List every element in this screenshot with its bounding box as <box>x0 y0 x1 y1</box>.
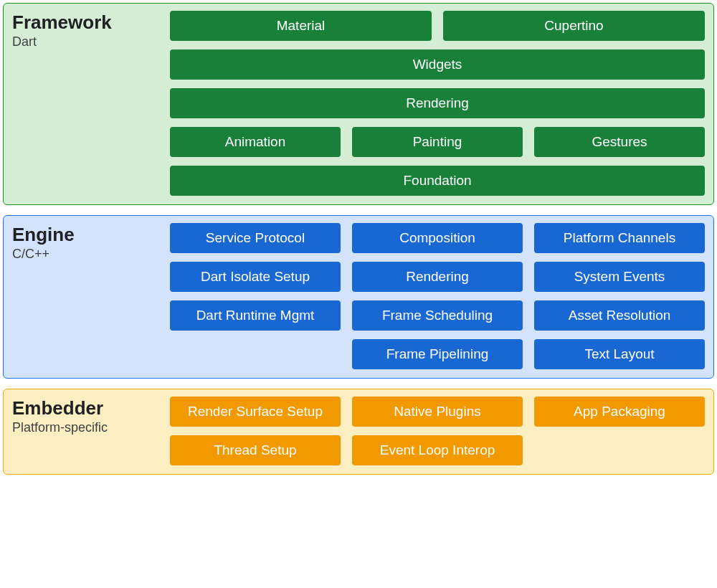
framework-blocks: Material Cupertino Widgets Rendering Ani… <box>170 11 705 196</box>
block-material: Material <box>170 11 432 41</box>
block-spacer <box>170 339 341 369</box>
framework-row-2: Rendering <box>170 88 705 118</box>
framework-title: Framework <box>12 12 170 33</box>
engine-row-1: Dart Isolate Setup Rendering System Even… <box>170 262 705 292</box>
block-native-plugins: Native Plugins <box>352 397 523 427</box>
engine-row-0: Service Protocol Composition Platform Ch… <box>170 223 705 253</box>
framework-row-1: Widgets <box>170 49 705 80</box>
framework-row-3: Animation Painting Gestures <box>170 127 705 157</box>
block-painting: Painting <box>352 127 523 157</box>
block-frame-pipelining: Frame Pipelining <box>352 339 523 369</box>
block-frame-scheduling: Frame Scheduling <box>352 300 523 331</box>
engine-layer: Engine C/C++ Service Protocol Compositio… <box>3 215 714 379</box>
block-thread-setup: Thread Setup <box>170 435 341 465</box>
embedder-row-1: Thread Setup Event Loop Interop <box>170 435 705 465</box>
engine-subtitle: C/C++ <box>12 247 170 262</box>
block-system-events: System Events <box>534 262 705 292</box>
block-composition: Composition <box>352 223 523 253</box>
engine-layer-label: Engine C/C++ <box>12 223 170 369</box>
block-engine-rendering: Rendering <box>352 262 523 292</box>
engine-title: Engine <box>12 224 170 245</box>
embedder-title: Embedder <box>12 398 170 419</box>
framework-subtitle: Dart <box>12 34 170 49</box>
block-cupertino: Cupertino <box>443 11 705 41</box>
block-render-surface-setup: Render Surface Setup <box>170 397 341 427</box>
engine-blocks: Service Protocol Composition Platform Ch… <box>170 223 705 369</box>
block-service-protocol: Service Protocol <box>170 223 341 253</box>
embedder-row-0: Render Surface Setup Native Plugins App … <box>170 397 705 427</box>
block-text-layout: Text Layout <box>534 339 705 369</box>
engine-row-3: Frame Pipelining Text Layout <box>170 339 705 369</box>
framework-row-4: Foundation <box>170 166 705 196</box>
block-widgets: Widgets <box>170 49 705 80</box>
block-foundation: Foundation <box>170 166 705 196</box>
block-gestures: Gestures <box>534 127 705 157</box>
embedder-subtitle: Platform-specific <box>12 420 170 435</box>
block-app-packaging: App Packaging <box>534 397 705 427</box>
framework-layer: Framework Dart Material Cupertino Widget… <box>3 3 714 205</box>
block-spacer <box>534 435 705 465</box>
framework-row-0: Material Cupertino <box>170 11 705 41</box>
block-asset-resolution: Asset Resolution <box>534 300 705 331</box>
framework-layer-label: Framework Dart <box>12 11 170 196</box>
block-animation: Animation <box>170 127 341 157</box>
embedder-blocks: Render Surface Setup Native Plugins App … <box>170 397 705 465</box>
block-platform-channels: Platform Channels <box>534 223 705 253</box>
block-dart-runtime-mgmt: Dart Runtime Mgmt <box>170 300 341 331</box>
block-dart-isolate-setup: Dart Isolate Setup <box>170 262 341 292</box>
engine-row-2: Dart Runtime Mgmt Frame Scheduling Asset… <box>170 300 705 331</box>
embedder-layer: Embedder Platform-specific Render Surfac… <box>3 389 714 475</box>
block-rendering: Rendering <box>170 88 705 118</box>
embedder-layer-label: Embedder Platform-specific <box>12 397 170 465</box>
block-event-loop-interop: Event Loop Interop <box>352 435 523 465</box>
